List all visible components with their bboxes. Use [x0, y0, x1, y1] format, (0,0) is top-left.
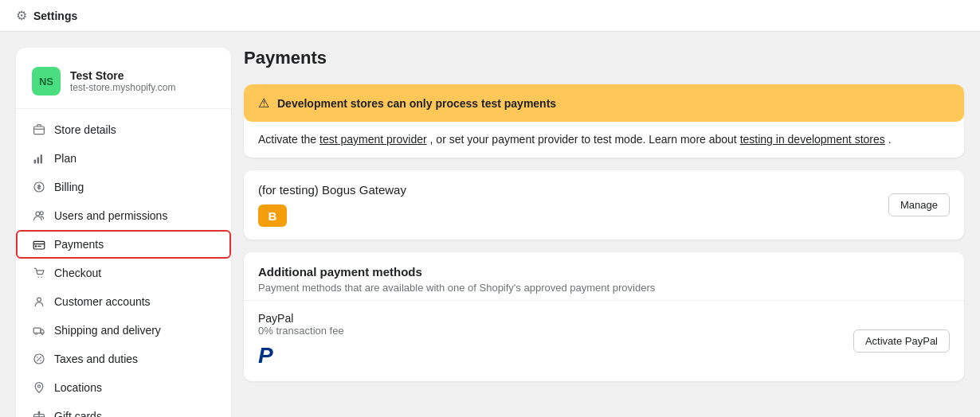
- info-text-part2: , or set your payment provider to test m…: [430, 133, 740, 146]
- paypal-fee: 0% transaction fee: [258, 325, 344, 337]
- svg-point-6: [40, 212, 43, 215]
- settings-icon: ⚙: [16, 8, 27, 23]
- svg-point-11: [37, 298, 41, 302]
- main-content: Payments ⚠ Development stores can only p…: [244, 48, 964, 417]
- payments-icon: [32, 237, 46, 251]
- svg-point-13: [35, 333, 37, 334]
- sidebar-item-plan[interactable]: Plan: [16, 144, 231, 173]
- sidebar-label-checkout: Checkout: [54, 267, 101, 279]
- bogus-gateway-info: (for testing) Bogus Gateway B: [258, 183, 406, 227]
- sidebar-item-billing[interactable]: Billing: [16, 173, 231, 201]
- sidebar-label-plan: Plan: [54, 152, 76, 165]
- checkout-icon: [32, 266, 46, 280]
- page-title: Payments: [244, 48, 964, 68]
- svg-point-17: [40, 360, 41, 361]
- info-text-part3: .: [888, 133, 892, 146]
- plan-icon: [32, 151, 46, 166]
- sidebar-label-store-details: Store details: [54, 123, 116, 136]
- additional-payment-methods-card: Additional payment methods Payment metho…: [244, 252, 964, 381]
- alert-text: Development stores can only process test…: [277, 97, 556, 110]
- additional-methods-subtitle: Payment methods that are available with …: [258, 282, 950, 294]
- sidebar-item-shipping-delivery[interactable]: Shipping and delivery: [16, 316, 231, 345]
- store-details-icon: [32, 123, 46, 137]
- info-text: Activate the test payment provider , or …: [244, 122, 964, 158]
- sidebar-item-store-details[interactable]: Store details: [16, 115, 231, 144]
- bogus-gateway-name: (for testing) Bogus Gateway: [258, 183, 406, 197]
- store-avatar: NS: [32, 67, 61, 95]
- paypal-logo: P: [258, 343, 285, 370]
- paypal-info: PayPal 0% transaction fee P: [258, 312, 344, 370]
- store-url: test-store.myshopify.com: [70, 82, 175, 93]
- info-text-part1: Activate the: [258, 133, 319, 146]
- svg-rect-7: [33, 241, 45, 249]
- store-name: Test Store: [70, 69, 175, 82]
- svg-rect-12: [33, 328, 41, 333]
- manage-button[interactable]: Manage: [888, 193, 950, 216]
- taxes-icon: [32, 352, 46, 366]
- sidebar-label-gift-cards: Gift cards: [54, 410, 102, 417]
- sidebar-item-taxes-duties[interactable]: Taxes and duties: [16, 345, 231, 373]
- svg-point-14: [41, 333, 43, 334]
- test-payment-link[interactable]: test payment provider: [319, 133, 427, 146]
- testing-link[interactable]: testing in development stores: [740, 133, 885, 146]
- svg-point-5: [36, 212, 40, 216]
- paypal-name: PayPal: [258, 312, 344, 325]
- sidebar-label-users-permissions: Users and permissions: [54, 209, 167, 222]
- sidebar-item-locations[interactable]: Locations: [16, 373, 231, 402]
- top-bar: ⚙ Settings: [0, 0, 980, 32]
- svg-point-8: [35, 245, 37, 247]
- alert-card: ⚠ Development stores can only process te…: [244, 84, 964, 158]
- additional-methods-title: Additional payment methods: [258, 265, 950, 279]
- svg-rect-1: [34, 160, 36, 164]
- gift-cards-icon: [32, 409, 46, 417]
- svg-point-10: [41, 276, 42, 278]
- svg-point-9: [37, 276, 39, 278]
- bogus-badge: B: [258, 205, 287, 227]
- bogus-gateway-card: (for testing) Bogus Gateway B Manage: [244, 170, 964, 240]
- svg-rect-2: [37, 157, 39, 163]
- activate-paypal-button[interactable]: Activate PayPal: [853, 329, 950, 353]
- sidebar-label-billing: Billing: [54, 181, 84, 193]
- paypal-row: PayPal 0% transaction fee P Activate Pay…: [244, 300, 964, 381]
- svg-rect-0: [34, 127, 45, 134]
- sidebar-label-taxes-duties: Taxes and duties: [54, 353, 138, 365]
- svg-rect-3: [41, 154, 42, 163]
- sidebar-item-customer-accounts[interactable]: Customer accounts: [16, 287, 231, 316]
- svg-point-18: [37, 385, 40, 388]
- sidebar-item-checkout[interactable]: Checkout: [16, 259, 231, 287]
- sidebar-item-gift-cards[interactable]: Gift cards: [16, 402, 231, 417]
- svg-point-16: [37, 357, 38, 358]
- top-bar-title: Settings: [33, 10, 77, 22]
- sidebar-label-shipping-delivery: Shipping and delivery: [54, 324, 161, 337]
- paypal-logo-icon: P: [258, 343, 273, 368]
- sidebar: NS Test Store test-store.myshopify.com S…: [16, 48, 231, 417]
- customer-accounts-icon: [32, 294, 46, 309]
- paypal-details: PayPal 0% transaction fee: [258, 312, 344, 337]
- layout: NS Test Store test-store.myshopify.com S…: [0, 32, 980, 417]
- alert-banner: ⚠ Development stores can only process te…: [244, 84, 964, 122]
- alert-icon: ⚠: [258, 95, 269, 111]
- sidebar-label-customer-accounts: Customer accounts: [54, 295, 151, 308]
- store-header[interactable]: NS Test Store test-store.myshopify.com: [16, 60, 231, 109]
- sidebar-label-locations: Locations: [54, 381, 102, 394]
- additional-methods-header: Additional payment methods Payment metho…: [244, 252, 964, 300]
- billing-icon: [32, 180, 46, 194]
- shipping-icon: [32, 323, 46, 337]
- users-icon: [32, 208, 46, 223]
- sidebar-item-payments[interactable]: Payments: [16, 230, 231, 259]
- sidebar-item-users-permissions[interactable]: Users and permissions: [16, 201, 231, 230]
- bogus-gateway-row: (for testing) Bogus Gateway B Manage: [244, 170, 964, 240]
- locations-icon: [32, 380, 46, 395]
- sidebar-nav: Store details Plan Billing Users and per…: [16, 115, 231, 417]
- sidebar-label-payments: Payments: [54, 238, 104, 251]
- store-info: Test Store test-store.myshopify.com: [70, 69, 175, 93]
